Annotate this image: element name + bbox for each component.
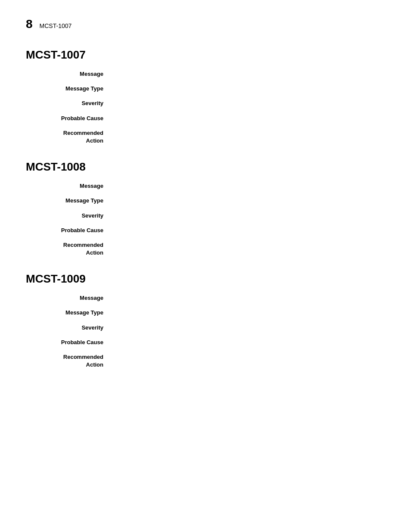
field-row-mcst-1009-2: Severity [26,324,385,333]
section-title-mcst-1009: MCST-1009 [26,272,385,286]
field-value-mcst-1009-1 [112,309,385,317]
field-label-mcst-1009-4: Recommended Action [26,353,112,369]
section-title-mcst-1007: MCST-1007 [26,48,385,62]
section-mcst-1008: MCST-1008MessageMessage TypeSeverityProb… [26,160,385,258]
field-row-mcst-1008-0: Message [26,182,385,192]
field-row-mcst-1007-2: Severity [26,100,385,109]
section-mcst-1007: MCST-1007MessageMessage TypeSeverityProb… [26,48,385,146]
field-label-mcst-1007-4: Recommended Action [26,129,112,145]
field-value-mcst-1009-3 [112,339,385,346]
field-row-mcst-1009-0: Message [26,294,385,304]
field-label-mcst-1008-1: Message Type [26,197,112,205]
field-value-mcst-1009-4 [112,353,385,369]
field-row-mcst-1009-1: Message Type [26,309,385,318]
field-label-mcst-1008-0: Message [26,182,112,190]
section-mcst-1009: MCST-1009MessageMessage TypeSeverityProb… [26,272,385,370]
field-label-mcst-1007-1: Message Type [26,85,112,93]
field-row-mcst-1007-1: Message Type [26,85,385,94]
field-value-mcst-1009-0 [112,294,385,302]
field-row-mcst-1008-3: Probable Cause [26,227,385,236]
field-value-mcst-1009-2 [112,324,385,332]
page-header: 8 MCST-1007 [26,17,385,31]
page-number: 8 [26,17,33,31]
field-value-mcst-1008-2 [112,212,385,220]
section-title-mcst-1008: MCST-1008 [26,160,385,174]
field-value-mcst-1007-0 [112,70,385,78]
field-label-mcst-1007-2: Severity [26,100,112,107]
field-value-mcst-1007-4 [112,129,385,145]
field-label-mcst-1007-0: Message [26,70,112,78]
field-row-mcst-1008-2: Severity [26,212,385,221]
field-label-mcst-1008-3: Probable Cause [26,227,112,234]
field-label-mcst-1008-2: Severity [26,212,112,220]
field-row-mcst-1008-4: Recommended Action [26,241,385,258]
field-label-mcst-1009-3: Probable Cause [26,339,112,346]
field-row-mcst-1007-0: Message [26,70,385,80]
field-row-mcst-1007-3: Probable Cause [26,115,385,124]
page-subtitle: MCST-1007 [40,22,72,29]
field-value-mcst-1008-3 [112,227,385,234]
field-label-mcst-1009-2: Severity [26,324,112,332]
field-row-mcst-1009-3: Probable Cause [26,339,385,348]
field-label-mcst-1009-1: Message Type [26,309,112,317]
field-label-mcst-1007-3: Probable Cause [26,115,112,122]
field-row-mcst-1007-4: Recommended Action [26,129,385,146]
field-value-mcst-1008-4 [112,241,385,257]
field-row-mcst-1009-4: Recommended Action [26,353,385,370]
field-row-mcst-1008-1: Message Type [26,197,385,206]
field-label-mcst-1008-4: Recommended Action [26,241,112,257]
field-value-mcst-1007-3 [112,115,385,122]
field-label-mcst-1009-0: Message [26,294,112,302]
field-value-mcst-1008-1 [112,197,385,205]
field-value-mcst-1007-2 [112,100,385,107]
field-value-mcst-1007-1 [112,85,385,93]
field-value-mcst-1008-0 [112,182,385,190]
